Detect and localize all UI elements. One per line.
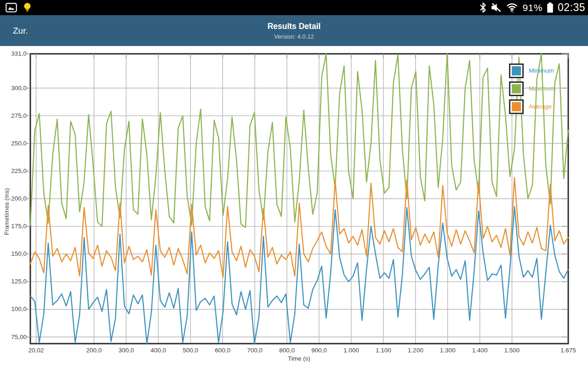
legend-label-maximum: Maximum bbox=[529, 81, 556, 96]
x-tick-label: 300,0 bbox=[110, 347, 142, 354]
version-label: Version: 4.0.12 bbox=[274, 33, 314, 40]
x-tick-label: 1.500 bbox=[496, 347, 528, 354]
x-tick-label: 400,0 bbox=[142, 347, 175, 354]
battery-icon bbox=[547, 2, 554, 13]
status-bar[interactable]: 91% 02:35 bbox=[0, 0, 588, 15]
x-tick-label: 200,0 bbox=[78, 347, 110, 354]
x-tick-label: 1.100 bbox=[368, 347, 400, 354]
y-tick-label: 331,0 bbox=[0, 50, 27, 58]
series-average-line bbox=[30, 178, 568, 277]
x-tick-label: 1.675 bbox=[552, 347, 584, 354]
x-tick-label: 1.000 bbox=[335, 347, 368, 354]
clock: 02:35 bbox=[558, 1, 585, 14]
gallery-icon bbox=[6, 3, 17, 12]
y-tick-label: 125,0 bbox=[0, 277, 27, 286]
y-tick-label: 300,0 bbox=[0, 84, 27, 92]
legend-item-minimum: Minimum bbox=[509, 63, 556, 78]
legend-item-maximum: Maximum bbox=[509, 81, 556, 96]
x-tick-label: 500,0 bbox=[175, 347, 207, 354]
page-title: Results Detail bbox=[267, 22, 321, 31]
app-header: Results Detail Version: 4.0.12 Zur. bbox=[0, 15, 588, 46]
legend-item-average: Average bbox=[509, 99, 556, 114]
series-maximum-line bbox=[30, 54, 568, 228]
bluetooth-icon bbox=[479, 2, 487, 13]
legend-label-minimum: Minimum bbox=[529, 63, 554, 78]
lightbulb-icon bbox=[23, 2, 31, 13]
x-tick-label: 1.400 bbox=[464, 347, 496, 354]
y-tick-label: 275,0 bbox=[0, 112, 27, 120]
volume-muted-icon bbox=[491, 2, 502, 13]
y-tick-label: 225,0 bbox=[0, 167, 27, 175]
x-tick-label: 900,0 bbox=[303, 347, 335, 354]
x-tick-label: 700,0 bbox=[239, 347, 271, 354]
minimum-swatch bbox=[509, 63, 524, 78]
x-tick-label: 1.300 bbox=[432, 347, 464, 354]
wifi-icon bbox=[506, 2, 518, 13]
y-tick-label: 100,0 bbox=[0, 305, 27, 313]
back-button[interactable]: Zur. bbox=[13, 15, 28, 46]
y-axis-title: Frametimes (ms) bbox=[3, 188, 10, 235]
battery-percent: 91% bbox=[522, 2, 543, 13]
average-swatch bbox=[509, 99, 524, 114]
x-tick-label: 800,0 bbox=[271, 347, 303, 354]
y-tick-label: 75,00 bbox=[0, 333, 27, 341]
legend-label-average: Average bbox=[529, 99, 552, 114]
x-tick-label: 600,0 bbox=[207, 347, 239, 354]
chart-plot-area bbox=[0, 46, 588, 368]
chart-legend: Minimum Maximum Average bbox=[509, 63, 556, 117]
y-tick-label: 250,0 bbox=[0, 139, 27, 148]
frametimes-chart: 331,0300,0275,0250,0225,0200,0175,0150,0… bbox=[0, 46, 588, 368]
x-tick-label: 20,02 bbox=[20, 347, 52, 354]
y-tick-label: 150,0 bbox=[0, 250, 27, 258]
x-tick-label: 1.200 bbox=[400, 347, 432, 354]
maximum-swatch bbox=[509, 81, 524, 96]
x-axis-title: Time (s) bbox=[269, 355, 329, 362]
